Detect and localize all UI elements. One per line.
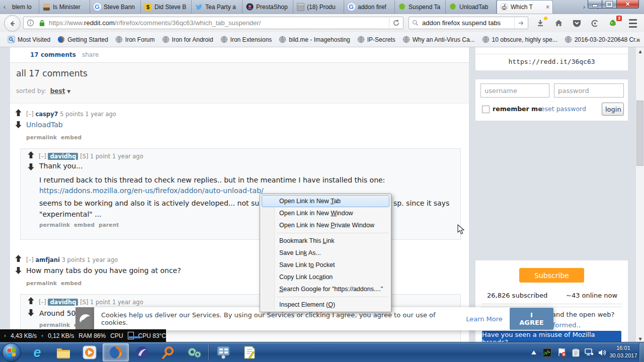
close-button[interactable]: ✕ <box>616 0 639 9</box>
bookmarks-overflow-button[interactable]: » <box>636 36 640 43</box>
menu-item-copy-link-location[interactable]: Copy Link Location <box>262 271 389 283</box>
tab-is-minister[interactable]: Is Minister <box>39 0 90 14</box>
embed-link[interactable]: embed <box>74 222 95 228</box>
downvote-arrow[interactable] <box>28 309 34 316</box>
taskbar-search-tool[interactable] <box>155 343 181 361</box>
shortlink-text[interactable]: https://redd.it/36qc63 <box>475 58 628 65</box>
menu-item-bookmark-this-link[interactable]: Bookmark This Link <box>262 235 389 247</box>
bookmark-why-an-anti-virus-ca[interactable]: Why an Anti-Virus Ca... <box>399 34 478 46</box>
comment-author-link[interactable]: caspy7 <box>35 111 58 118</box>
upvote-arrow[interactable] <box>15 255 22 262</box>
collapse-toggle[interactable]: [–] <box>39 299 46 306</box>
collapse-toggle[interactable]: [–] <box>26 256 34 263</box>
url-bar[interactable]: https://www.reddit.com/r/firefox/comment… <box>23 17 404 29</box>
home-button[interactable] <box>552 18 565 29</box>
pocket-button[interactable] <box>571 18 583 29</box>
chevron-down-icon[interactable]: ▼ <box>67 89 70 94</box>
tray-network-icon[interactable] <box>585 348 594 357</box>
tab-prestashop[interactable]: PrestaShop <box>243 0 293 14</box>
username-field[interactable] <box>480 83 549 98</box>
menu-item-open-link-in-new-private-window[interactable]: Open Link in New Private Window <box>262 219 389 231</box>
permalink-link[interactable]: permalink <box>26 280 57 286</box>
tab-unloadtab[interactable]: UnloadTab <box>446 0 497 14</box>
bookmark-iron-forum[interactable]: Iron Forum <box>112 34 158 46</box>
password-field[interactable] <box>554 83 624 98</box>
share-link[interactable]: share <box>82 51 99 58</box>
bookmark-bild-me-imagehosting[interactable]: bild.me - Imagehosting <box>275 34 353 46</box>
learn-more-link[interactable]: Learn More <box>466 315 503 323</box>
show-desktop-button[interactable] <box>639 342 644 362</box>
bookmark-iron-extensions[interactable]: Iron Extensions <box>217 34 276 46</box>
collapse-toggle[interactable]: [–] <box>39 153 46 160</box>
search-input[interactable] <box>421 19 514 27</box>
tray-volume-icon[interactable] <box>598 348 607 357</box>
upvote-arrow[interactable] <box>28 297 34 305</box>
menu-item-save-link-to-pocket[interactable]: Save Link to Pocket <box>262 259 389 271</box>
bookmark-getting-started[interactable]: Getting Started <box>54 34 112 46</box>
tray-clipboard-icon[interactable] <box>572 348 581 357</box>
lock-icon[interactable] <box>37 20 47 27</box>
bookmark-iron-for-android[interactable]: Iron for Android <box>158 34 217 46</box>
taskbar-firefox[interactable] <box>103 343 129 361</box>
remember-me-checkbox[interactable] <box>482 106 490 113</box>
tab-did-steve-b[interactable]: $Did Steve B <box>141 0 192 14</box>
tab-scroll-left-button[interactable]: ‹ <box>0 0 9 14</box>
i-agree-button[interactable]: I AGREE <box>510 308 553 330</box>
minimize-button[interactable] <box>588 0 602 9</box>
bookmark-10-obscure-highly-spe[interactable]: 10 obscure, highly spe... <box>478 34 561 46</box>
tab-steve-bann[interactable]: GSteve Bann <box>90 0 141 14</box>
permalink-link[interactable]: permalink <box>39 322 70 328</box>
tray-cpu-monitor-icon[interactable] <box>542 348 551 357</box>
reload-icon[interactable] <box>392 19 400 27</box>
menu-item-open-link-in-new-tab[interactable]: Open Link in New Tab <box>262 195 389 207</box>
comment-author-link[interactable]: amfjani <box>35 256 60 263</box>
taskbar-internet-explorer[interactable]: e <box>24 343 50 361</box>
upvote-arrow[interactable] <box>15 109 22 117</box>
tab-blem-lo[interactable]: blem lo <box>9 0 39 14</box>
disconnect-button[interactable] <box>589 18 601 29</box>
embed-link[interactable]: embed <box>61 280 82 286</box>
tab-which-t[interactable]: Which T× <box>497 0 553 14</box>
parent-link[interactable]: parent <box>99 222 119 228</box>
tab-tea-party-a[interactable]: Tea Party a <box>192 0 243 14</box>
bookmark-2016-03-20-220648-cr[interactable]: 2016-03-20-220648 Cr... <box>561 34 644 46</box>
taskbar-media-player[interactable] <box>76 343 103 361</box>
page-info-icon[interactable] <box>24 19 37 27</box>
permalink-link[interactable]: permalink <box>26 134 57 140</box>
embed-link[interactable]: embed <box>61 134 82 140</box>
taskbar-control-panel[interactable] <box>210 343 236 361</box>
subscribe-button[interactable]: Subscribe <box>519 268 584 283</box>
taskbar-file-explorer[interactable] <box>50 343 76 361</box>
tab-18-produ[interactable]: (18) Produ <box>293 0 344 14</box>
taskbar-seamonkey[interactable] <box>129 343 155 361</box>
search-bar[interactable] <box>409 17 528 29</box>
avast-button[interactable]: 3 <box>607 18 619 29</box>
downvote-arrow[interactable] <box>15 266 22 274</box>
downvote-arrow[interactable] <box>28 163 34 170</box>
back-button[interactable] <box>4 15 21 32</box>
vertical-scrollbar[interactable]: ▲ ▼ <box>635 47 644 362</box>
downvote-arrow[interactable] <box>15 121 22 128</box>
start-button[interactable] <box>2 343 21 362</box>
restore-button[interactable] <box>602 0 616 9</box>
tray-clock[interactable]: 16:01 30.03.2017 <box>608 344 639 359</box>
permalink-link[interactable]: permalink <box>39 222 70 228</box>
taskbar-notepad-plus[interactable] <box>236 343 263 361</box>
comments-count-link[interactable]: 17 comments <box>30 51 76 58</box>
comment-author-link[interactable]: davidhq <box>48 153 78 160</box>
tray-action-center-icon[interactable] <box>557 348 567 357</box>
login-button[interactable]: login <box>602 103 624 116</box>
taskbar-capture-tool[interactable] <box>181 343 207 361</box>
comment-author-link[interactable]: davidhq <box>48 299 78 306</box>
addon-link[interactable]: https://addons.mozilla.org/en-us/firefox… <box>39 187 264 195</box>
reset-password-link[interactable]: reset password <box>538 105 586 113</box>
bookmark-most-visited[interactable]: Most Visited <box>4 34 54 46</box>
menu-item-save-link-as[interactable]: Save Link As... <box>262 247 389 259</box>
menu-item-open-link-in-new-window[interactable]: Open Link in New Window <box>262 207 389 219</box>
unloadtab-link[interactable]: UnloadTab <box>26 121 63 129</box>
menu-button[interactable] <box>627 18 639 29</box>
tray-show-hidden-icons[interactable] <box>529 348 538 357</box>
bookmark-ip-secrets[interactable]: IP-Secrets <box>354 34 399 46</box>
scroll-up-button[interactable]: ▲ <box>636 47 644 56</box>
scrollbar-thumb[interactable] <box>636 101 643 166</box>
